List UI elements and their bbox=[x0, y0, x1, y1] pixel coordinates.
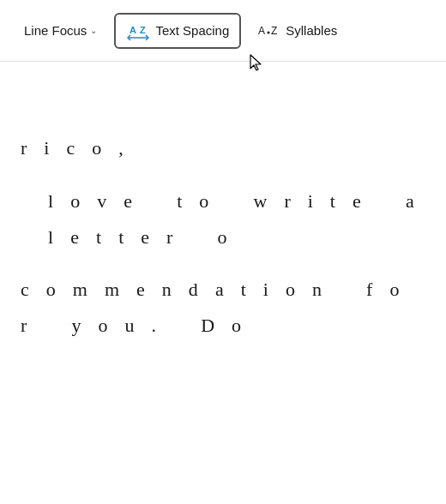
toolbar-container: Line Focus ⌄ A Z Text Spacing bbox=[0, 0, 446, 62]
svg-point-4 bbox=[268, 31, 270, 33]
text-line-3: c o m m e n d a t i o n f o r y o u . D … bbox=[0, 272, 446, 344]
line-focus-button[interactable]: Line Focus ⌄ bbox=[14, 16, 107, 45]
syllables-label: Syllables bbox=[286, 23, 337, 38]
text-spacing-button[interactable]: A Z Text Spacing bbox=[114, 13, 241, 49]
toolbar: Line Focus ⌄ A Z Text Spacing bbox=[0, 0, 446, 62]
line-focus-chevron-icon: ⌄ bbox=[90, 26, 97, 35]
syllables-button[interactable]: A Z Syllables bbox=[248, 15, 347, 46]
line-focus-label: Line Focus bbox=[24, 23, 87, 38]
svg-text:A: A bbox=[130, 25, 136, 35]
document-content: r i c o , l o v e t o w r i t e a l e t … bbox=[0, 62, 446, 504]
svg-text:Z: Z bbox=[271, 25, 278, 37]
text-spacing-icon: A Z bbox=[126, 21, 150, 40]
syllables-icon: A Z bbox=[258, 22, 280, 39]
svg-text:Z: Z bbox=[140, 25, 146, 35]
text-line-1: r i c o , bbox=[0, 130, 446, 166]
text-line-2: l o v e t o w r i t e a l e t t e r o bbox=[0, 183, 446, 255]
text-spacing-label: Text Spacing bbox=[155, 23, 229, 38]
svg-text:A: A bbox=[258, 25, 266, 37]
